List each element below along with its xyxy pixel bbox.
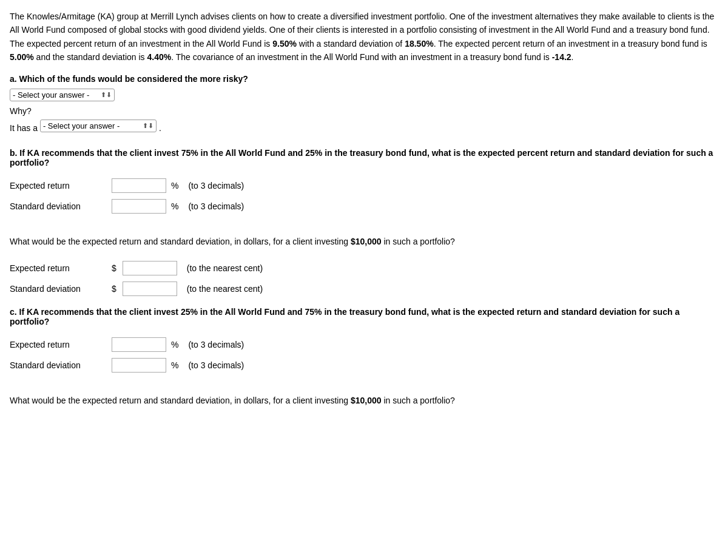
section-b-q1: If KA recommends that the client invest bbox=[17, 148, 181, 158]
b-sub-q-text1: What would be the expected return and st… bbox=[10, 237, 351, 246]
intro-awf-return: 9.50% bbox=[272, 39, 297, 49]
select-risky-fund[interactable]: - Select your answer - All World Fund Tr… bbox=[13, 90, 99, 100]
b-std-dev-dollar-hint: (to the nearest cent) bbox=[187, 284, 263, 294]
b-sub-question: What would be the expected return and st… bbox=[10, 237, 718, 246]
b-expected-return-row: Expected return % (to 3 decimals) bbox=[10, 178, 718, 193]
b-std-dev-unit: % bbox=[171, 201, 178, 211]
c-sub-q-text2: in such a portfolio? bbox=[382, 396, 455, 405]
c-expected-return-hint: (to 3 decimals) bbox=[188, 340, 244, 349]
c-std-dev-input[interactable] bbox=[112, 358, 166, 373]
intro-text6: . bbox=[571, 52, 574, 62]
b-sub-q-text2: in such a portfolio? bbox=[382, 237, 455, 246]
c-sub-question: What would be the expected return and st… bbox=[10, 396, 718, 405]
section-c-pct1: 25% bbox=[181, 307, 198, 317]
b-expected-return-dollar-label: Expected return bbox=[10, 263, 107, 273]
intro-paragraph: The Knowles/Armitage (KA) group at Merri… bbox=[10, 10, 718, 64]
c-std-dev-hint: (to 3 decimals) bbox=[188, 360, 244, 370]
it-has-line: It has a - Select your answer - higher s… bbox=[10, 120, 718, 137]
c-expected-return-label: Expected return bbox=[10, 340, 107, 349]
why-label: Why? bbox=[10, 106, 718, 116]
intro-tbf-stddev: 4.40% bbox=[147, 52, 172, 62]
it-has-prefix: It has a bbox=[10, 123, 38, 133]
b-std-dev-dollar-input[interactable] bbox=[123, 282, 177, 296]
b-expected-return-dollar-input[interactable] bbox=[123, 261, 177, 275]
b-expected-return-label: Expected return bbox=[10, 181, 107, 191]
section-c-label: c. bbox=[10, 307, 17, 317]
section-b-q2: in the All World Fund and bbox=[198, 148, 306, 158]
period: . bbox=[159, 123, 161, 133]
b-std-dev-row: Standard deviation % (to 3 decimals) bbox=[10, 199, 718, 214]
section-c: c. If KA recommends that the client inve… bbox=[10, 307, 718, 405]
section-c-question: c. If KA recommends that the client inve… bbox=[10, 307, 718, 326]
b-expected-return-hint: (to 3 decimals) bbox=[188, 181, 244, 191]
intro-tbf-return: 5.00% bbox=[10, 52, 34, 62]
c-expected-return-unit: % bbox=[171, 340, 178, 349]
b-std-dev-input[interactable] bbox=[112, 199, 166, 214]
c-investment-amount: $10,000 bbox=[351, 396, 382, 405]
select2-wrapper[interactable]: - Select your answer - higher standard d… bbox=[40, 120, 157, 132]
section-b-pct2: 25% bbox=[305, 148, 322, 158]
section-a-label: a. bbox=[10, 74, 17, 84]
b-std-dev-label: Standard deviation bbox=[10, 201, 107, 211]
b-std-dev-dollar-label: Standard deviation bbox=[10, 284, 107, 294]
b-expected-return-input[interactable] bbox=[112, 178, 166, 193]
b-expected-return-dollar-hint: (to the nearest cent) bbox=[187, 263, 263, 273]
chevron-down-icon: ⬆⬇ bbox=[101, 91, 112, 99]
section-a-question: a. Which of the funds would be considere… bbox=[10, 74, 718, 84]
c-std-dev-label: Standard deviation bbox=[10, 360, 107, 370]
b-std-dev-hint: (to 3 decimals) bbox=[188, 201, 244, 211]
intro-text3: . The expected percent return of an inve… bbox=[434, 39, 707, 49]
section-b: b. If KA recommends that the client inve… bbox=[10, 148, 718, 296]
b-investment-amount: $10,000 bbox=[351, 237, 382, 246]
b-expected-return-unit: % bbox=[171, 181, 178, 191]
section-c-q2: in the All World Fund and bbox=[198, 307, 305, 317]
section-c-q1: If KA recommends that the client invest bbox=[17, 307, 181, 317]
section-b-question: b. If KA recommends that the client inve… bbox=[10, 148, 718, 167]
intro-text5: . The covariance of an investment in the… bbox=[171, 52, 551, 62]
section-c-pct2: 75% bbox=[305, 307, 322, 317]
intro-text2: with a standard deviation of bbox=[297, 39, 405, 49]
c-sub-q-text1: What would be the expected return and st… bbox=[10, 396, 351, 405]
c-std-dev-row: Standard deviation % (to 3 decimals) bbox=[10, 358, 718, 373]
b-expected-return-dollar-sign: $ bbox=[112, 263, 116, 273]
chevron-down-icon-2: ⬆⬇ bbox=[143, 122, 153, 130]
intro-awf-stddev: 18.50% bbox=[405, 39, 433, 49]
b-std-dev-dollar-row: Standard deviation $ (to the nearest cen… bbox=[10, 282, 718, 296]
c-expected-return-row: Expected return % (to 3 decimals) bbox=[10, 337, 718, 352]
c-expected-return-input[interactable] bbox=[112, 337, 166, 352]
section-a: a. Which of the funds would be considere… bbox=[10, 74, 718, 137]
section-a-question-text: Which of the funds would be considered t… bbox=[17, 74, 248, 84]
b-std-dev-dollar-sign: $ bbox=[112, 284, 116, 294]
c-std-dev-unit: % bbox=[171, 360, 178, 370]
select-reason[interactable]: - Select your answer - higher standard d… bbox=[43, 121, 141, 130]
select1-wrapper[interactable]: - Select your answer - All World Fund Tr… bbox=[10, 89, 115, 101]
intro-covariance: -14.2 bbox=[552, 52, 571, 62]
section-b-label: b. bbox=[10, 148, 17, 158]
b-expected-return-dollar-row: Expected return $ (to the nearest cent) bbox=[10, 261, 718, 275]
intro-text4: and the standard deviation is bbox=[34, 52, 147, 62]
section-b-pct1: 75% bbox=[181, 148, 198, 158]
